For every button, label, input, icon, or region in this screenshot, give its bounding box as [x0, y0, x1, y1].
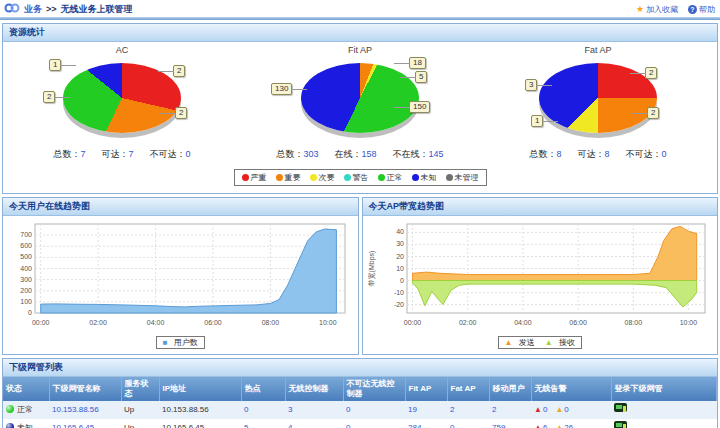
help-icon — [688, 5, 697, 14]
breadcrumb-section[interactable]: 业务 — [24, 3, 42, 16]
table-row: 未知 10.165.6.45 Up 10.165.6.45 5 4 0 284 … — [3, 419, 717, 428]
user-online-trend-panel: 今天用户在线趋势图 00:0002:0004:0006:0008:0010:00… — [2, 197, 359, 355]
header-divider — [0, 17, 720, 20]
pie-label: 1 — [49, 59, 61, 71]
severity-unmanaged-icon — [446, 174, 453, 181]
col-wireless-controller: 无线控制器 — [285, 377, 343, 401]
pie-stats-ac: 总数：7 可达：7 不可达：0 — [3, 148, 241, 161]
fat-ap-count[interactable]: 2 — [450, 405, 454, 414]
nms-table: 状态 下级网管名称 服务状态 IP地址 热点 无线控制器 不可达无线控制器 Fi… — [3, 377, 717, 428]
login-nms-icon[interactable] — [614, 407, 627, 416]
pie-stats-fit-ap: 总数：303 在线：158 不在线：145 — [241, 148, 479, 161]
series-marker-icon — [545, 338, 553, 347]
alarm-warning-icon — [555, 423, 563, 428]
severity-warning-icon — [344, 174, 351, 181]
pie-charts-row: AC 1 2 2 2 总数：7 可达：7 不可达：0 Fit AP 18 5 1… — [3, 42, 717, 161]
pie-block-fat-ap: Fat AP 2 2 1 3 总数：8 可达：8 不可达：0 — [479, 42, 717, 161]
svg-text:10: 10 — [396, 265, 404, 272]
alarm-critical-count[interactable]: 6 — [543, 423, 547, 428]
fit-ap-count[interactable]: 19 — [408, 405, 417, 414]
pie-label: 2 — [173, 65, 185, 77]
svg-text:20: 20 — [396, 253, 404, 260]
svg-text:04:00: 04:00 — [514, 319, 532, 326]
svg-text:600: 600 — [20, 242, 32, 249]
unreach-wc-count[interactable]: 0 — [346, 423, 350, 428]
stat-reachable[interactable]: 7 — [128, 149, 133, 159]
stat-offline[interactable]: 145 — [429, 149, 444, 159]
severity-critical-icon — [242, 174, 249, 181]
svg-text:200: 200 — [20, 287, 32, 294]
nms-name-link[interactable]: 10.153.88.56 — [52, 405, 99, 414]
user-trend-legend: 用户数 — [156, 336, 205, 349]
stat-unreachable[interactable]: 0 — [186, 149, 191, 159]
stat-total[interactable]: 303 — [303, 149, 318, 159]
pie-title-fat-ap: Fat AP — [479, 45, 717, 55]
breadcrumb-separator: >> — [46, 4, 57, 14]
mobile-user-count[interactable]: 2 — [492, 405, 496, 414]
add-favorite-link[interactable]: 加入收藏 — [636, 4, 678, 15]
col-hotspot: 热点 — [241, 377, 285, 401]
col-fit-ap: Fit AP — [405, 377, 447, 401]
stat-reachable[interactable]: 8 — [604, 149, 609, 159]
wc-count[interactable]: 4 — [288, 423, 292, 428]
svg-text:04:00: 04:00 — [147, 319, 165, 326]
svg-text:400: 400 — [20, 265, 32, 272]
star-icon — [636, 4, 644, 14]
mobile-user-count[interactable]: 759 — [492, 423, 505, 428]
table-row: 正常 10.153.88.56 Up 10.153.88.56 0 3 0 19… — [3, 401, 717, 419]
resource-stats-header: 资源统计 — [3, 24, 717, 42]
page-title: 无线业务上联管理 — [61, 3, 133, 16]
help-link[interactable]: 帮助 — [688, 4, 715, 15]
stat-online[interactable]: 158 — [361, 149, 376, 159]
col-mobile-users: 移动用户 — [489, 377, 531, 401]
pie-label: 5 — [415, 71, 427, 83]
stat-total[interactable]: 7 — [80, 149, 85, 159]
resource-stats-panel: 资源统计 AC 1 2 2 2 总数：7 可达：7 不可达：0 Fit AP 1… — [2, 23, 718, 194]
wc-count[interactable]: 3 — [288, 405, 292, 414]
hotspot-count[interactable]: 5 — [244, 423, 248, 428]
svg-text:10:00: 10:00 — [679, 319, 697, 326]
pie-stats-fat-ap: 总数：8 可达：8 不可达：0 — [479, 148, 717, 161]
top-bar: 业务 >> 无线业务上联管理 加入收藏 帮助 — [0, 0, 720, 17]
svg-text:100: 100 — [20, 298, 32, 305]
pie-label: 3 — [525, 79, 537, 91]
alarm-warning-count[interactable]: 26 — [564, 423, 573, 428]
alarm-warning-count[interactable]: 0 — [564, 405, 568, 414]
col-nms-name: 下级网管名称 — [49, 377, 121, 401]
stat-total[interactable]: 8 — [556, 149, 561, 159]
fit-ap-count[interactable]: 284 — [408, 423, 421, 428]
svg-text:00:00: 00:00 — [403, 319, 421, 326]
severity-minor-icon — [310, 174, 317, 181]
alarm-critical-count[interactable]: 0 — [543, 405, 547, 414]
severity-legend: 严重 重要 次要 警告 正常 未知 未管理 — [234, 169, 487, 186]
nms-name-link[interactable]: 10.165.6.45 — [52, 423, 94, 428]
stat-unreachable[interactable]: 0 — [662, 149, 667, 159]
alarm-critical-icon — [534, 405, 542, 414]
pie-label: 2 — [175, 107, 187, 119]
pie-block-ac: AC 1 2 2 2 总数：7 可达：7 不可达：0 — [3, 42, 241, 161]
severity-normal-icon — [378, 174, 385, 181]
svg-text:-10: -10 — [393, 289, 403, 296]
unreach-wc-count[interactable]: 0 — [346, 405, 350, 414]
svg-text:700: 700 — [20, 231, 32, 238]
svg-text:02:00: 02:00 — [89, 319, 107, 326]
hotspot-count[interactable]: 0 — [244, 405, 248, 414]
svg-text:0: 0 — [28, 309, 32, 316]
pie-chart-ac[interactable] — [63, 63, 181, 133]
status-normal-icon — [6, 405, 14, 413]
pie-label: 150 — [409, 101, 430, 113]
fat-ap-count[interactable]: 0 — [450, 423, 454, 428]
pie-title-ac: AC — [3, 45, 241, 55]
severity-major-icon — [276, 174, 283, 181]
ap-trend-header: 今天AP带宽趋势图 — [363, 198, 718, 216]
pie-chart-fit-ap[interactable] — [301, 63, 419, 133]
pie-title-fit-ap: Fit AP — [241, 45, 479, 55]
svg-text:-20: -20 — [393, 301, 403, 308]
series-marker-icon — [163, 338, 168, 347]
svg-text:08:00: 08:00 — [624, 319, 642, 326]
user-online-trend-chart: 00:0002:0004:0006:0008:0010:000100200300… — [5, 219, 353, 331]
svg-text:40: 40 — [396, 228, 404, 235]
severity-unknown-icon — [412, 174, 419, 181]
svg-text:06:00: 06:00 — [204, 319, 222, 326]
col-unreachable-wc: 不可达无线控制器 — [343, 377, 405, 401]
